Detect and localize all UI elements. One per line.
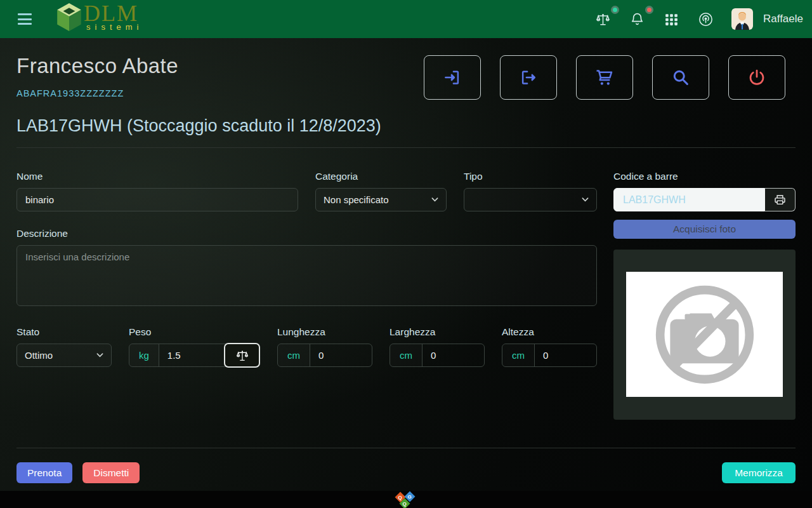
- chevron-down-icon: [96, 352, 103, 359]
- notifications-badge: [645, 6, 653, 14]
- acquire-photo-button[interactable]: Acquisisci foto: [613, 220, 796, 239]
- apps-grid-icon: [664, 11, 679, 27]
- tipo-label: Tipo: [464, 171, 597, 182]
- barcode-label: Codice a barre: [613, 171, 796, 182]
- weigh-button[interactable]: [224, 343, 260, 368]
- broadcast-button[interactable]: [697, 10, 715, 28]
- stato-select[interactable]: Ottimo: [16, 344, 112, 367]
- search-icon: [671, 68, 690, 87]
- lunghezza-label: Lunghezza: [277, 326, 372, 338]
- broadcast-icon: [698, 11, 714, 27]
- main-content: Francesco Abate ABAFRA1933ZZZZZZZ: [0, 38, 812, 491]
- check-out-button[interactable]: [500, 55, 557, 100]
- no-camera-icon: [638, 281, 771, 388]
- menu-icon[interactable]: [18, 13, 32, 25]
- divider: [16, 147, 796, 148]
- nome-label: Nome: [16, 171, 298, 182]
- site-footer: Q G Q: [0, 491, 812, 508]
- altezza-unit: cm: [502, 344, 535, 366]
- action-buttons: [424, 55, 796, 100]
- dismetti-button[interactable]: Dismetti: [82, 462, 140, 483]
- altezza-label: Altezza: [502, 326, 597, 338]
- lunghezza-unit: cm: [278, 344, 310, 366]
- peso-unit: kg: [129, 344, 159, 366]
- search-button[interactable]: [652, 55, 709, 100]
- peso-input[interactable]: [159, 344, 225, 366]
- nome-input[interactable]: [16, 188, 298, 211]
- photo-panel: [613, 250, 796, 420]
- larghezza-input[interactable]: [422, 344, 484, 366]
- scales-nav-button[interactable]: [594, 10, 612, 28]
- photo-placeholder: [626, 272, 783, 397]
- brand-logo[interactable]: DLM sistemi: [56, 3, 143, 35]
- check-in-button[interactable]: [424, 55, 481, 100]
- larghezza-label: Larghezza: [390, 326, 485, 338]
- descrizione-label: Descrizione: [16, 228, 597, 239]
- user-name[interactable]: Raffaele: [763, 13, 803, 25]
- bell-icon: [629, 11, 645, 27]
- barcode-input[interactable]: [613, 188, 765, 211]
- scales-status-badge: [611, 6, 619, 14]
- power-button[interactable]: [728, 55, 785, 100]
- peso-label: Peso: [129, 326, 260, 338]
- stato-label: Stato: [16, 326, 112, 338]
- print-button[interactable]: [765, 188, 796, 211]
- printer-icon: [773, 193, 787, 206]
- sign-in-icon: [443, 68, 462, 87]
- footer-actions: Prenota Dismetti Memorizza: [16, 462, 796, 483]
- cart-icon: [595, 68, 614, 87]
- cart-button[interactable]: [576, 55, 633, 100]
- descrizione-textarea[interactable]: [16, 245, 597, 306]
- page-title: Francesco Abate: [16, 54, 178, 78]
- apps-menu-button[interactable]: [663, 10, 681, 28]
- sign-out-icon: [519, 68, 538, 87]
- scales-icon: [235, 349, 249, 363]
- fiscal-code-link[interactable]: ABAFRA1933ZZZZZZZ: [16, 88, 124, 98]
- altezza-input[interactable]: [535, 344, 596, 366]
- item-title: LAB17GHWH (Stoccaggio scaduto il 12/8/20…: [16, 116, 796, 136]
- top-navbar: DLM sistemi: [0, 0, 812, 38]
- larghezza-unit: cm: [390, 344, 422, 366]
- avatar[interactable]: [731, 8, 753, 30]
- brand-cube-icon: [56, 3, 82, 35]
- lunghezza-input[interactable]: [310, 344, 372, 366]
- memorizza-button[interactable]: Memorizza: [722, 462, 796, 483]
- divider: [16, 448, 796, 448]
- notifications-button[interactable]: [629, 10, 646, 28]
- chevron-down-icon: [582, 196, 589, 203]
- categoria-label: Categoria: [315, 171, 447, 182]
- tipo-select[interactable]: [464, 188, 597, 211]
- prenota-button[interactable]: Prenota: [16, 462, 72, 483]
- footer-logo: Q G Q: [396, 493, 416, 508]
- categoria-select[interactable]: Non specificato: [315, 188, 447, 211]
- chevron-down-icon: [431, 196, 438, 203]
- brand-name: DLM: [84, 3, 143, 23]
- power-icon: [747, 68, 766, 87]
- brand-subtitle: sistemi: [86, 22, 143, 32]
- scales-icon: [595, 11, 611, 27]
